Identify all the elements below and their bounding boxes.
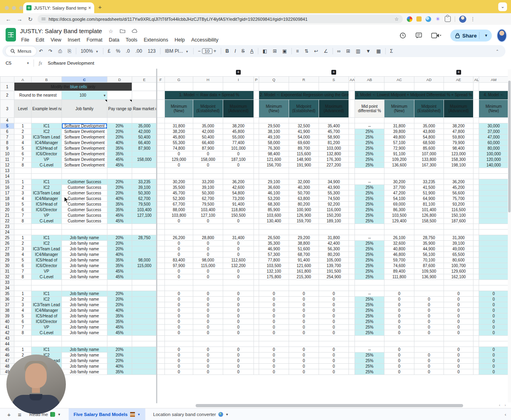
cell-model1[interactable]: 0 — [223, 364, 254, 369]
cell-model3[interactable]: 167,300 — [414, 162, 444, 168]
horizontal-scrollbar[interactable]: ‹ › — [0, 403, 511, 408]
cell-pay-range-spread[interactable]: 45% — [107, 213, 132, 218]
cell-model2[interactable]: 191,900 — [289, 162, 319, 168]
cell-model3[interactable]: 39,100 — [444, 241, 473, 246]
cell-model1[interactable]: 97,900 — [165, 263, 193, 269]
cell[interactable] — [349, 174, 355, 179]
cell-model4[interactable] — [479, 246, 509, 252]
cell[interactable] — [384, 280, 414, 285]
cell[interactable] — [414, 174, 444, 179]
cell-model2[interactable]: 35,300 — [259, 241, 289, 246]
cell-model2[interactable]: 26,500 — [259, 235, 289, 241]
cell[interactable] — [349, 202, 355, 207]
cell-model2[interactable]: 0 — [289, 364, 319, 369]
cell[interactable] — [14, 168, 32, 174]
cell-level[interactable]: 7 — [14, 269, 32, 274]
cell-model3[interactable]: 31,300 — [444, 235, 473, 241]
cell-level[interactable]: 5 — [14, 258, 32, 263]
cell[interactable] — [254, 291, 259, 297]
cell[interactable] — [319, 174, 349, 179]
cell-pay-range-spread[interactable]: 35% — [107, 146, 132, 151]
cell[interactable] — [319, 224, 349, 230]
cell-midpoint-differential[interactable]: 25% — [355, 319, 384, 325]
cell-model1[interactable]: 42,600 — [223, 185, 254, 190]
cell-midpoint-differential[interactable]: -- — [355, 123, 384, 129]
cell[interactable] — [444, 174, 473, 179]
cell[interactable] — [223, 224, 254, 230]
cell[interactable] — [289, 118, 319, 123]
cell-level[interactable]: 4 — [14, 252, 32, 258]
cell[interactable] — [32, 336, 62, 341]
cell[interactable] — [473, 174, 479, 179]
cell-model2[interactable]: 58,000 — [259, 140, 289, 146]
cell-model3[interactable]: 0 — [444, 308, 473, 313]
cell-model4[interactable]: 0 — [479, 358, 509, 364]
cell-raw-market-data[interactable]: 103,400 — [132, 207, 157, 213]
cell[interactable] — [254, 185, 259, 190]
cell-raw-market-data[interactable]: 87,900 — [132, 146, 157, 151]
cell[interactable] — [473, 274, 479, 280]
cell[interactable] — [349, 353, 355, 358]
cell-model3[interactable]: 46,800 — [384, 252, 414, 258]
cell-model1[interactable]: 0 — [165, 313, 193, 319]
cell-model3[interactable]: 198,100 — [444, 162, 473, 168]
formula-input[interactable]: Software Development — [48, 61, 94, 65]
cell-midpoint-differential[interactable]: 25% — [355, 353, 384, 358]
cell[interactable] — [479, 336, 509, 341]
cell[interactable] — [157, 129, 165, 135]
row-header[interactable]: 5 — [0, 123, 14, 129]
cell-job-family[interactable]: Job family name — [62, 241, 107, 246]
cell[interactable] — [157, 83, 165, 91]
cell-model2[interactable]: 31,800 — [319, 235, 349, 241]
cell[interactable] — [384, 168, 414, 174]
cell-level[interactable]: 6 — [14, 151, 32, 157]
cell-model3[interactable]: 81,100 — [414, 202, 444, 207]
cell-job-family[interactable]: Job family name — [62, 252, 107, 258]
cell-example-level[interactable]: IC3/Team Lead — [32, 246, 62, 252]
cell-midpoint-differential[interactable]: -- — [355, 347, 384, 353]
cell-raw-market-data[interactable] — [132, 308, 157, 313]
cell-level[interactable]: 5 — [14, 202, 32, 207]
cell-level[interactable]: 6 — [14, 319, 32, 325]
cell-model3[interactable]: 39,800 — [384, 129, 414, 135]
cell-model2[interactable]: 51,600 — [289, 246, 319, 252]
cell-job-family[interactable]: Customer Success — [62, 185, 107, 190]
cell[interactable] — [473, 190, 479, 196]
cell-job-family[interactable]: Software Development — [62, 157, 107, 162]
cell[interactable] — [289, 280, 319, 285]
cell-model3[interactable]: 0 — [444, 302, 473, 308]
cell[interactable] — [349, 207, 355, 213]
functions-icon[interactable]: Σ — [387, 48, 396, 54]
cell-example-level[interactable]: IC3/Team Lead — [32, 135, 62, 140]
extension-blue-icon[interactable] — [426, 16, 431, 22]
cell-pay-range-spread[interactable]: 20% — [107, 135, 132, 140]
cell-job-family[interactable]: Job family name — [62, 274, 107, 280]
cell-job-family[interactable]: Job family name — [62, 325, 107, 330]
cell-model2[interactable]: 130,400 — [259, 218, 289, 224]
cell[interactable] — [62, 280, 107, 285]
sheet-tab-menu-icon[interactable]: ▼ — [226, 413, 229, 416]
cell-model2[interactable]: 0 — [259, 330, 289, 336]
row-header[interactable]: 20 — [0, 207, 14, 213]
cell-pay-range-spread[interactable]: 20% — [107, 297, 132, 302]
url-text[interactable]: https://docs.google.com/spreadsheets/d/1… — [49, 17, 391, 22]
row-header[interactable]: 7 — [0, 135, 14, 140]
cell-example-level[interactable]: IC2 — [32, 297, 62, 302]
cell[interactable] — [473, 297, 479, 302]
cell-midpoint-differential[interactable]: -- — [355, 179, 384, 185]
strikethrough-icon[interactable]: S — [239, 48, 248, 54]
cell[interactable] — [444, 280, 473, 285]
cell[interactable] — [349, 118, 355, 123]
cell-model1[interactable]: 0 — [165, 369, 193, 375]
cell[interactable] — [349, 146, 355, 151]
row-header[interactable]: 47 — [0, 358, 14, 364]
row-header[interactable]: 3 — [0, 100, 14, 118]
cell-pay-range-spread[interactable]: 40% — [107, 308, 132, 313]
column-header-E[interactable]: E — [132, 77, 157, 83]
cell[interactable] — [414, 118, 444, 123]
cell-level[interactable]: 8 — [14, 162, 32, 168]
cell-raw-market-data[interactable]: 62,700 — [132, 196, 157, 202]
cell-model2[interactable]: 38,800 — [289, 241, 319, 246]
cell[interactable] — [414, 168, 444, 174]
close-tab-icon[interactable]: × — [88, 5, 91, 11]
